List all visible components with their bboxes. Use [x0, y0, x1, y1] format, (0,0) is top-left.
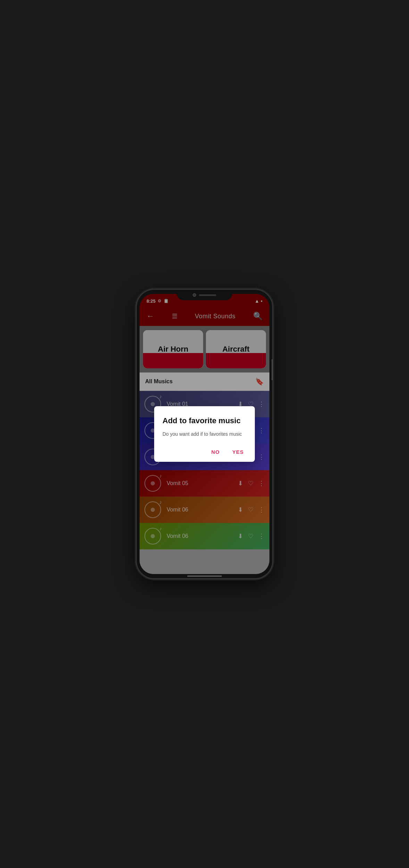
dialog-message: Do you want add if to favorites music	[162, 431, 247, 438]
camera	[193, 293, 196, 297]
notch	[177, 290, 232, 300]
dialog-no-button[interactable]: NO	[208, 448, 223, 456]
home-indicator	[187, 575, 222, 577]
phone-frame: 8:25 ⚙ 📋 ▲ ▪ ← ☰ Vomit Sounds 🔍 Air Horn	[137, 290, 272, 578]
side-button	[272, 359, 272, 380]
phone-screen: 8:25 ⚙ 📋 ▲ ▪ ← ☰ Vomit Sounds 🔍 Air Horn	[140, 294, 269, 574]
dialog-actions: NO YES	[162, 448, 247, 456]
speaker	[199, 294, 216, 296]
dialog-yes-button[interactable]: YES	[229, 448, 247, 456]
dialog-title: Add to favorite music	[162, 416, 247, 426]
dialog: Add to favorite music Do you want add if…	[154, 406, 255, 462]
dialog-overlay: Add to favorite music Do you want add if…	[140, 294, 269, 574]
